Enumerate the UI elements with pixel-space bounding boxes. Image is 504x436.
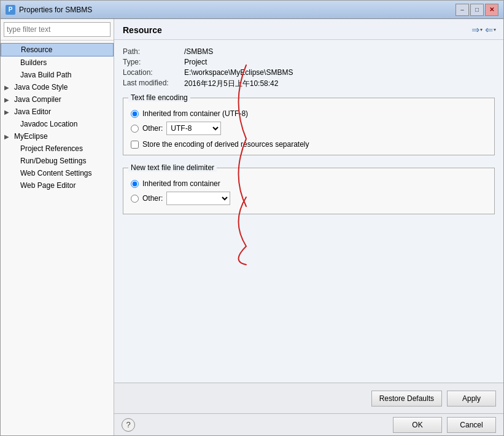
sidebar: Resource Builders Java Build Path ▶ Java… <box>1 19 114 435</box>
info-row-last-modified: Last modified: 2016年12月5日上午10:58:42 <box>123 79 495 89</box>
radio-other-encoding[interactable] <box>131 125 139 133</box>
type-label: Type: <box>123 58 184 66</box>
sidebar-item-web-page-editor[interactable]: Web Page Editor <box>1 179 114 192</box>
sidebar-item-project-references[interactable]: Project References <box>1 142 114 155</box>
nav-back-icon: ⇐ <box>485 24 493 36</box>
sidebar-item-java-editor[interactable]: ▶ Java Editor <box>1 106 114 118</box>
apply-button[interactable]: Apply <box>447 391 496 407</box>
tree-area: Resource Builders Java Build Path ▶ Java… <box>1 41 114 435</box>
arrow-placeholder <box>10 182 18 189</box>
arrow-placeholder <box>10 121 18 128</box>
radio-row-inherited: Inherited from container (UTF-8) <box>131 109 487 118</box>
sidebar-item-label: Run/Debug Settings <box>20 157 86 165</box>
arrow-placeholder <box>11 47 18 53</box>
sidebar-item-run-debug[interactable]: Run/Debug Settings <box>1 155 114 167</box>
path-label: Path: <box>123 47 184 56</box>
location-value: E:\workspace\MyEclipse\SMBMS <box>184 68 293 77</box>
sidebar-item-web-content-settings[interactable]: Web Content Settings <box>1 167 114 179</box>
main-header: Resource ⇒ ▾ ⇐ ▾ <box>114 19 503 40</box>
radio-inherited-label: Inherited from container (UTF-8) <box>142 109 248 118</box>
text-encoding-title: Text file encoding <box>128 93 190 102</box>
footer-right: OK Cancel <box>393 417 496 433</box>
expand-arrow-icon: ▶ <box>4 84 12 91</box>
radio-other-encoding-label: Other: <box>142 124 163 133</box>
radio-other-delimiter-label: Other: <box>142 194 163 203</box>
sidebar-item-label: Java Editor <box>14 107 51 116</box>
info-row-path: Path: /SMBMS <box>123 47 495 56</box>
encoding-select[interactable]: UTF-8 UTF-16 ISO-8859-1 <box>166 122 221 135</box>
dropdown-arrow-icon: ▾ <box>480 27 483 33</box>
sidebar-item-java-build-path[interactable]: Java Build Path <box>1 69 114 81</box>
text-encoding-section: Text file encoding Inherited from contai… <box>123 98 495 155</box>
radio-inherited2-label: Inherited from container <box>142 179 220 188</box>
sidebar-item-label: MyEclipse <box>14 132 48 141</box>
sidebar-item-resource[interactable]: Resource <box>1 43 114 56</box>
title-bar-buttons: – □ ✕ <box>456 4 498 16</box>
radio-inherited-encoding[interactable] <box>131 110 139 118</box>
expand-arrow-icon: ▶ <box>4 96 12 103</box>
delimiter-select[interactable]: Unix (\n) Windows (\r\n) <box>166 192 230 205</box>
info-row-type: Type: Project <box>123 58 495 66</box>
window-icon: P <box>6 5 15 15</box>
info-row-location: Location: E:\workspace\MyEclipse\SMBMS <box>123 68 495 77</box>
filter-input[interactable] <box>4 22 110 37</box>
checkbox-store-label: Store the encoding of derived resources … <box>142 140 309 149</box>
dropdown-arrow-icon: ▾ <box>494 27 496 33</box>
title-bar: P Properties for SMBMS – □ ✕ <box>1 1 503 19</box>
nav-back-group[interactable]: ⇐ ▾ <box>485 24 496 36</box>
close-button[interactable]: ✕ <box>485 4 498 16</box>
radio-row-inherited2: Inherited from container <box>131 179 487 188</box>
nav-forward-icon: ⇒ <box>471 24 479 36</box>
arrow-placeholder <box>10 146 18 152</box>
sidebar-item-label: Java Compiler <box>14 95 61 104</box>
checkbox-store-encoding[interactable] <box>131 141 139 149</box>
main-panel-wrapper: Resource ⇒ ▾ ⇐ ▾ Pa <box>114 19 503 435</box>
main-window: P Properties for SMBMS – □ ✕ Resource <box>0 0 504 436</box>
checkbox-row-store: Store the encoding of derived resources … <box>131 140 487 149</box>
sidebar-item-label: Java Code Style <box>14 83 68 91</box>
panel-title: Resource <box>123 25 162 35</box>
sidebar-item-java-code-style[interactable]: ▶ Java Code Style <box>1 81 114 93</box>
sidebar-item-label: Resource <box>21 45 52 54</box>
radio-row-other-encoding: Other: UTF-8 UTF-16 ISO-8859-1 <box>131 122 487 135</box>
content-area: Resource Builders Java Build Path ▶ Java… <box>1 19 503 435</box>
sidebar-item-javadoc-location[interactable]: Javadoc Location <box>1 118 114 130</box>
radio-other-delimiter[interactable] <box>131 195 139 203</box>
help-icon[interactable]: ? <box>122 418 135 432</box>
sidebar-item-label: Builders <box>20 58 47 67</box>
main-content: Path: /SMBMS Type: Project Location: E:\… <box>114 40 503 383</box>
main-panel: Resource ⇒ ▾ ⇐ ▾ Pa <box>114 19 503 383</box>
sidebar-item-myeclipse[interactable]: ▶ MyEclipse <box>1 130 114 142</box>
maximize-button[interactable]: □ <box>470 4 484 16</box>
sidebar-item-label: Project References <box>20 144 83 153</box>
last-modified-value: 2016年12月5日上午10:58:42 <box>184 79 278 89</box>
sidebar-item-java-compiler[interactable]: ▶ Java Compiler <box>1 93 114 106</box>
bottom-bar: Restore Defaults Apply <box>114 383 503 413</box>
minimize-button[interactable]: – <box>456 4 469 16</box>
radio-inherited-delimiter[interactable] <box>131 180 139 188</box>
arrow-placeholder <box>10 158 18 165</box>
sidebar-item-label: Web Page Editor <box>20 181 76 190</box>
arrow-placeholder <box>10 170 18 177</box>
line-delimiter-section: New text file line delimiter Inherited f… <box>123 168 495 214</box>
location-label: Location: <box>123 68 184 77</box>
sidebar-item-label: Java Build Path <box>20 71 71 79</box>
header-icons: ⇒ ▾ ⇐ ▾ <box>471 24 496 36</box>
sidebar-item-builders[interactable]: Builders <box>1 56 114 69</box>
radio-row-other-delimiter: Other: Unix (\n) Windows (\r\n) <box>131 192 487 205</box>
restore-defaults-button[interactable]: Restore Defaults <box>371 391 442 407</box>
line-delimiter-title: New text file line delimiter <box>128 163 217 172</box>
window-title: Properties for SMBMS <box>19 6 92 14</box>
footer-bar: ? OK Cancel <box>114 413 503 435</box>
title-bar-left: P Properties for SMBMS <box>6 5 92 15</box>
type-value: Project <box>184 58 207 66</box>
last-modified-label: Last modified: <box>123 79 184 89</box>
expand-arrow-icon: ▶ <box>4 133 12 140</box>
arrow-placeholder <box>10 60 18 66</box>
path-value: /SMBMS <box>184 47 213 56</box>
nav-forward-group[interactable]: ⇒ ▾ <box>471 24 483 36</box>
sidebar-item-label: Web Content Settings <box>20 169 92 177</box>
filter-input-wrap <box>1 19 114 41</box>
cancel-button[interactable]: Cancel <box>447 417 496 433</box>
ok-button[interactable]: OK <box>393 417 442 433</box>
